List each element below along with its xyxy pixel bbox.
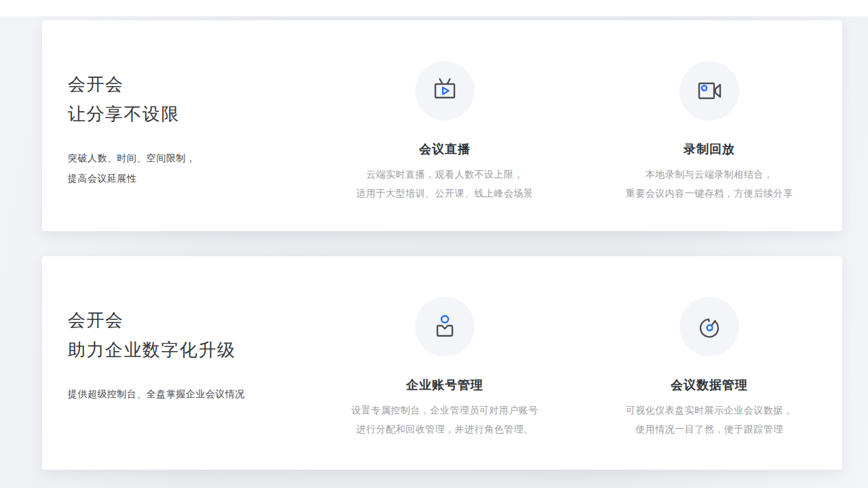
card-subtext: 突破人数、时间、空间限制， 提高会议延展性 bbox=[68, 148, 313, 188]
card-subtext: 提供超级控制台、全盘掌握企业会议情况 bbox=[68, 384, 313, 404]
video-camera-icon bbox=[679, 61, 739, 121]
card-subtext-line: 提高会议延展性 bbox=[68, 168, 313, 188]
card-heading-line: 会开会 bbox=[68, 305, 313, 335]
feature-title: 会议数据管理 bbox=[577, 377, 842, 393]
feature-description: 可视化仪表盘实时展示企业会议数据， 使用情况一目了然，便于跟踪管理 bbox=[577, 401, 842, 439]
card-intro-sharing: 会开会 让分享不设限 突破人数、时间、空间限制， 提高会议延展性 bbox=[42, 20, 313, 231]
card-intro-enterprise: 会开会 助力企业数字化升级 提供超级控制台、全盘掌握企业会议情况 bbox=[42, 256, 313, 470]
feature-card-enterprise: 会开会 助力企业数字化升级 提供超级控制台、全盘掌握企业会议情况 企业账号管理 … bbox=[42, 256, 842, 470]
feature-title: 会议直播 bbox=[313, 141, 577, 157]
card-heading-line: 会开会 bbox=[68, 69, 313, 99]
user-account-icon bbox=[415, 297, 475, 357]
features-page: 会开会 让分享不设限 突破人数、时间、空间限制， 提高会议延展性 会议直播 云端… bbox=[0, 0, 868, 488]
feature-description: 设置专属控制台，企业管理员可对用户账号 进行分配和回收管理，并进行角色管理。 bbox=[313, 401, 577, 439]
feature-meeting-data: 会议数据管理 可视化仪表盘实时展示企业会议数据， 使用情况一目了然，便于跟踪管理 bbox=[577, 256, 842, 470]
card-subtext-line: 突破人数、时间、空间限制， bbox=[68, 148, 313, 168]
card-subtext-line: 提供超级控制台、全盘掌握企业会议情况 bbox=[68, 384, 313, 404]
card-heading-line: 让分享不设限 bbox=[68, 99, 313, 129]
dashboard-gauge-icon bbox=[679, 297, 739, 357]
feature-description: 云端实时直播，观看人数不设上限， 适用于大型培训、公开课、线上峰会场景 bbox=[313, 165, 577, 203]
feature-title: 录制回放 bbox=[577, 141, 842, 157]
live-tv-icon bbox=[415, 61, 475, 121]
feature-description: 本地录制与云端录制相结合， 重要会议内容一键存档，方便后续分享 bbox=[577, 165, 842, 203]
feature-account-management: 企业账号管理 设置专属控制台，企业管理员可对用户账号 进行分配和回收管理，并进行… bbox=[313, 256, 577, 470]
feature-title: 企业账号管理 bbox=[313, 377, 577, 393]
feature-live-streaming: 会议直播 云端实时直播，观看人数不设上限， 适用于大型培训、公开课、线上峰会场景 bbox=[313, 20, 577, 231]
feature-card-sharing: 会开会 让分享不设限 突破人数、时间、空间限制， 提高会议延展性 会议直播 云端… bbox=[42, 20, 842, 231]
card-heading-line: 助力企业数字化升级 bbox=[68, 335, 313, 365]
feature-record-playback: 录制回放 本地录制与云端录制相结合， 重要会议内容一键存档，方便后续分享 bbox=[577, 20, 842, 231]
